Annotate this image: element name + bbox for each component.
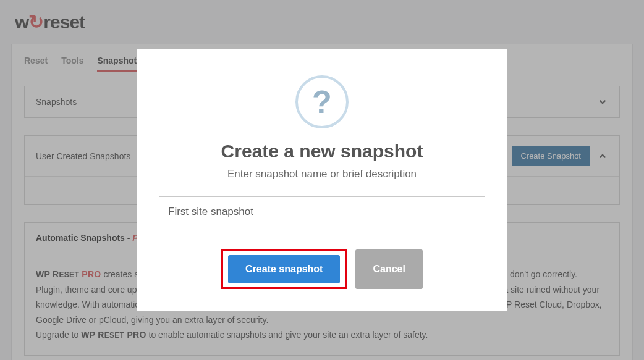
modal-button-row: Create snapshot Cancel [159,249,485,289]
modal-create-button[interactable]: Create snapshot [228,255,340,283]
modal-overlay[interactable]: ? Create a new snapshot Enter snapshot n… [0,0,644,360]
modal-subtitle: Enter snapshot name or brief description [159,168,485,180]
modal-cancel-button[interactable]: Cancel [355,249,422,289]
question-icon: ? [295,75,349,128]
create-snapshot-modal: ? Create a new snapshot Enter snapshot n… [137,49,507,311]
highlight-annotation: Create snapshot [221,249,347,289]
snapshot-name-input[interactable] [159,196,485,227]
modal-title: Create a new snapshot [159,141,485,162]
